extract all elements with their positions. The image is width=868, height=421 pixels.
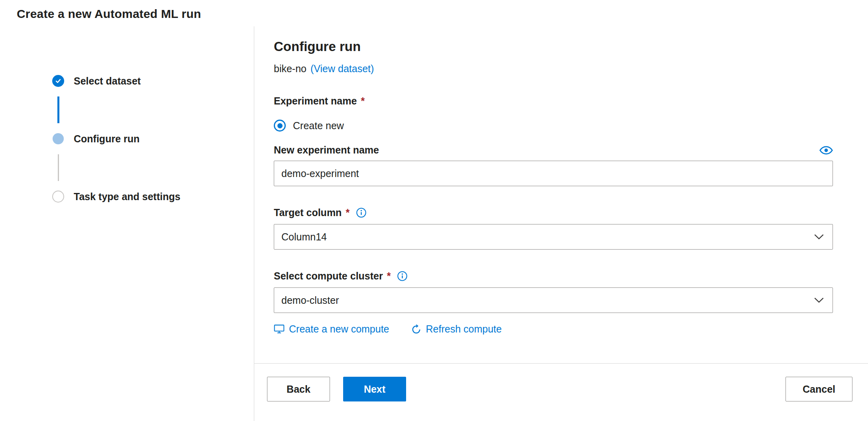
refresh-compute-link[interactable]: Refresh compute	[411, 323, 502, 335]
required-marker: *	[361, 95, 365, 107]
experiment-name-label-row: Experiment name *	[274, 95, 868, 107]
create-new-compute-label[interactable]: Create a new compute	[289, 323, 389, 335]
new-experiment-name-row: New experiment name	[274, 144, 833, 156]
step-upcoming-icon	[52, 191, 64, 203]
dataset-name: bike-no	[274, 63, 306, 75]
compute-icon	[274, 324, 285, 334]
step-select-dataset[interactable]: Select dataset	[52, 74, 254, 88]
create-new-radio-label[interactable]: Create new	[293, 120, 344, 132]
back-button[interactable]: Back	[267, 377, 330, 401]
automl-run-wizard: Create a new Automated ML run Select dat…	[0, 0, 868, 421]
required-marker: *	[346, 207, 350, 218]
step-current-icon	[53, 133, 64, 144]
step-task-type-settings[interactable]: Task type and settings	[52, 190, 254, 203]
new-experiment-name-label: New experiment name	[274, 144, 379, 156]
chevron-down-icon	[814, 234, 824, 240]
create-new-radio-row[interactable]: Create new	[274, 120, 868, 132]
wizard-content: Select dataset Configure run Task type a…	[0, 26, 868, 421]
compute-cluster-label-row: Select compute cluster *	[274, 270, 868, 282]
target-column-value: Column14	[281, 231, 327, 243]
wizard-footer: Back Next Cancel	[254, 363, 868, 421]
radio-dot	[277, 123, 283, 128]
refresh-icon	[411, 324, 422, 334]
step-label-configure-run: Configure run	[74, 133, 139, 145]
step-connector-upcoming	[58, 154, 59, 181]
compute-cluster-label: Select compute cluster	[274, 270, 383, 282]
step-completed-icon	[52, 75, 64, 87]
info-icon[interactable]	[397, 271, 408, 281]
compute-links-row: Create a new compute Refresh compute	[274, 323, 868, 335]
cancel-button[interactable]: Cancel	[786, 377, 852, 401]
required-marker: *	[387, 270, 391, 282]
compute-cluster-value: demo-cluster	[281, 295, 339, 306]
create-new-compute-link[interactable]: Create a new compute	[274, 323, 389, 335]
radio-selected-icon[interactable]	[274, 120, 286, 132]
configure-run-panel: Configure run bike-no (View dataset) Exp…	[254, 26, 868, 421]
page-title: Create a new Automated ML run	[17, 7, 201, 21]
target-column-label: Target column	[274, 207, 342, 218]
experiment-name-input[interactable]	[274, 161, 833, 186]
chevron-down-icon	[814, 297, 824, 303]
panel-heading: Configure run	[274, 39, 868, 54]
step-label-select-dataset: Select dataset	[74, 75, 141, 87]
eye-icon[interactable]	[819, 146, 833, 155]
step-label-task-type: Task type and settings	[74, 191, 181, 203]
target-column-label-row: Target column *	[274, 207, 868, 218]
experiment-name-label: Experiment name	[274, 95, 357, 107]
refresh-compute-label[interactable]: Refresh compute	[426, 323, 502, 335]
step-configure-run[interactable]: Configure run	[52, 132, 254, 146]
target-column-dropdown[interactable]: Column14	[274, 224, 833, 250]
dataset-line: bike-no (View dataset)	[274, 63, 868, 75]
info-icon[interactable]	[356, 207, 367, 218]
step-connector-completed	[57, 96, 59, 123]
view-dataset-link[interactable]: (View dataset)	[310, 63, 374, 75]
wizard-stepper: Select dataset Configure run Task type a…	[0, 26, 254, 421]
compute-cluster-dropdown[interactable]: demo-cluster	[274, 287, 833, 313]
next-button[interactable]: Next	[343, 377, 406, 401]
